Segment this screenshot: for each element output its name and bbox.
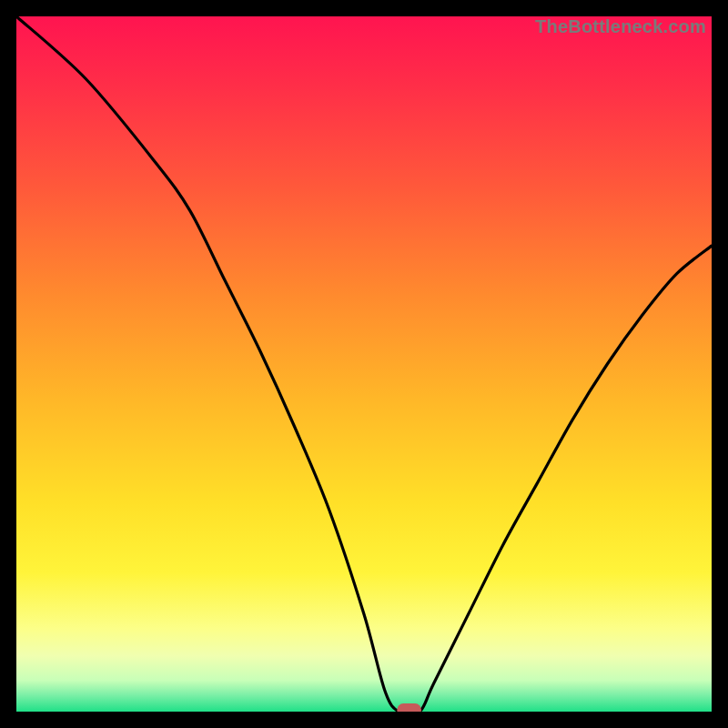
optimal-marker: [397, 703, 421, 712]
watermark-text: TheBottleneck.com: [535, 16, 706, 37]
plot-area: TheBottleneck.com: [16, 16, 712, 712]
chart-frame: TheBottleneck.com: [0, 0, 728, 728]
chart-svg: [16, 16, 712, 712]
